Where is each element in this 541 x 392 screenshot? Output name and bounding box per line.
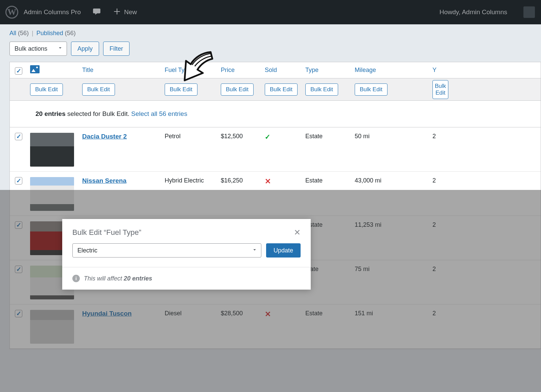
col-header-title[interactable]: Title — [79, 67, 162, 74]
cell-price: $16,250 — [218, 176, 262, 184]
bulk-edit-sold[interactable]: Bulk Edit — [265, 83, 298, 96]
x-icon: ✕ — [265, 177, 271, 186]
apply-button[interactable]: Apply — [71, 42, 99, 56]
cell-mileage: 75 mi — [352, 265, 430, 273]
col-header-year[interactable]: Y — [430, 67, 450, 74]
cell-type: Estate — [303, 132, 352, 140]
filter-button[interactable]: Filter — [103, 42, 130, 56]
cell-fuel: Hybrid Electric — [162, 176, 218, 184]
chevron-down-icon — [57, 45, 63, 53]
row-checkbox[interactable] — [15, 133, 22, 140]
table-row: Dacia Duster 2Petrol$12,500✓Estate50 mi2 — [10, 127, 541, 172]
cell-type: Estate — [303, 176, 352, 184]
row-title-link[interactable]: Dacia Duster 2 — [82, 133, 127, 140]
cell-year: 2 — [430, 176, 450, 184]
cell-type: Estate — [303, 309, 352, 317]
row-thumbnail[interactable] — [30, 177, 74, 211]
bulk-edit-price[interactable]: Bulk Edit — [221, 83, 254, 96]
cell-price: $12,500 — [218, 132, 262, 140]
wp-logo-wrap: W — [0, 6, 24, 19]
bulk-edit-modal: Bulk Edit “Fuel Type” ✕ Electric Update … — [62, 219, 311, 290]
row-title-link[interactable]: Hyundai Tuscon — [82, 310, 132, 317]
site-title[interactable]: Admin Columns Pro — [24, 8, 81, 16]
select-all-link[interactable]: Select all 56 entries — [131, 110, 187, 117]
close-icon[interactable]: ✕ — [294, 228, 301, 237]
modal-title: Bulk Edit “Fuel Type” — [72, 228, 294, 237]
cell-mileage: 151 mi — [352, 309, 430, 317]
cell-sold: ✕ — [262, 176, 303, 186]
x-icon: ✕ — [265, 310, 271, 318]
new-label: New — [124, 8, 137, 16]
cell-year: 2 — [430, 265, 450, 273]
cell-year: 2 — [430, 221, 450, 228]
wp-admin-bar: W Admin Columns Pro New Howdy, Admin Col… — [0, 0, 541, 24]
row-checkbox[interactable] — [15, 221, 22, 229]
selection-count: 20 entries — [36, 110, 66, 117]
separator: | — [32, 30, 33, 36]
howdy-greeting[interactable]: Howdy, Admin Columns — [440, 8, 507, 16]
filter-published[interactable]: Published — [37, 30, 63, 36]
bulk-edit-title[interactable]: Bulk Edit — [82, 83, 115, 96]
status-filters: All (56) | Published (56) — [0, 24, 541, 40]
row-checkbox[interactable] — [15, 177, 22, 185]
avatar[interactable] — [523, 6, 535, 18]
bulk-actions-select[interactable]: Bulk actions — [9, 42, 67, 56]
bulk-edit-type[interactable]: Bulk Edit — [305, 83, 338, 96]
col-header-mileage[interactable]: Mileage — [352, 67, 430, 74]
info-icon: i — [72, 275, 80, 282]
filter-published-count: (56) — [65, 30, 76, 36]
bulk-edit-image[interactable]: Bulk Edit — [30, 83, 63, 96]
table-header: Title Fuel Type Price Sold Type Mileage … — [10, 62, 541, 78]
col-header-type[interactable]: Type — [303, 67, 352, 74]
wordpress-logo-icon[interactable]: W — [5, 6, 18, 19]
chevron-down-icon — [252, 247, 258, 254]
col-header-price[interactable]: Price — [218, 67, 262, 74]
cell-mileage: 43,000 mi — [352, 176, 430, 184]
cell-year: 2 — [430, 309, 450, 317]
cell-sold: ✕ — [262, 309, 303, 319]
cell-sold: ✓ — [262, 132, 303, 141]
cell-fuel: Petrol — [162, 132, 218, 140]
col-header-fuel[interactable]: Fuel Type — [162, 67, 218, 74]
cell-mileage: 11,253 mi — [352, 221, 430, 228]
new-content-menu[interactable]: New — [113, 7, 137, 18]
bulk-edit-mileage[interactable]: Bulk Edit — [355, 83, 387, 96]
update-button[interactable]: Update — [266, 243, 301, 258]
modal-footer: i This will affect 20 entries — [62, 267, 311, 290]
col-header-sold[interactable]: Sold — [262, 67, 303, 74]
filter-all-count: (56) — [18, 30, 29, 36]
cell-price: $28,500 — [218, 309, 262, 317]
table-row: Nissan SerenaHybrid Electric$16,250✕Esta… — [10, 172, 541, 216]
row-thumbnail[interactable] — [30, 133, 74, 167]
bulk-edit-row: Bulk Edit Bulk Edit Bulk Edit Bulk Edit … — [10, 78, 541, 101]
filter-all[interactable]: All — [9, 30, 16, 36]
fuel-type-select[interactable]: Electric — [72, 243, 261, 258]
comments-icon[interactable] — [92, 7, 101, 18]
cell-fuel: Diesel — [162, 309, 218, 317]
posts-table: Title Fuel Type Price Sold Type Mileage … — [9, 62, 541, 349]
row-checkbox[interactable] — [15, 310, 22, 317]
cell-mileage: 50 mi — [352, 132, 430, 140]
select-all-checkbox[interactable] — [15, 67, 22, 75]
bulk-edit-fuel[interactable]: Bulk Edit — [165, 83, 197, 96]
bulk-actions-bar: Bulk actions Apply Filter — [0, 40, 541, 62]
row-checkbox[interactable] — [15, 266, 22, 273]
bulk-edit-year[interactable]: Bulk Edit — [432, 80, 448, 99]
row-title-link[interactable]: Nissan Serena — [82, 177, 126, 184]
image-column-icon[interactable] — [30, 65, 40, 73]
row-thumbnail[interactable] — [30, 310, 74, 344]
cell-year: 2 — [430, 132, 450, 140]
plus-icon — [113, 7, 121, 18]
check-icon: ✓ — [265, 133, 270, 141]
selection-notice: 20 entries selected for Bulk Edit. Selec… — [10, 101, 541, 127]
table-row: Hyundai TusconDiesel$28,500✕Estate151 mi… — [10, 304, 541, 349]
